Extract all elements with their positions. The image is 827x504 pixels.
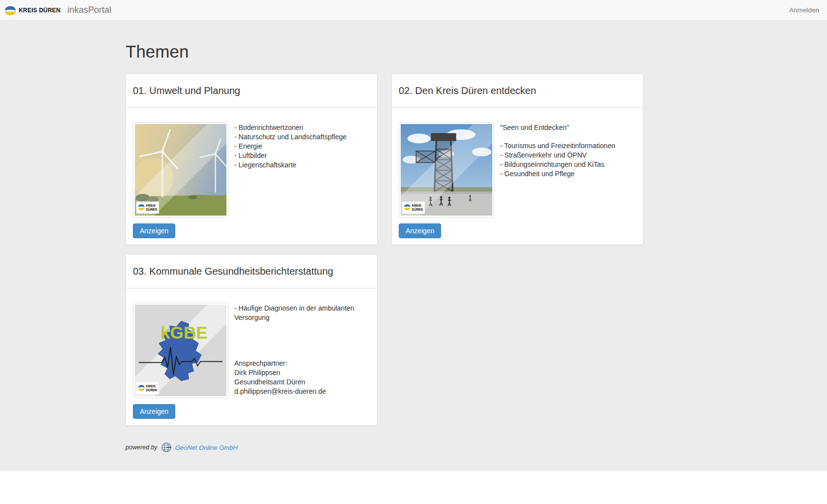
list-line: - Straßenverkehr und ÖPNV (500, 151, 615, 160)
svg-text:DÜREN: DÜREN (412, 207, 423, 211)
card-title: 03. Kommunale Gesundheitsberichterstattu… (126, 254, 377, 288)
list-line: - Tourismus und Freizeitinformationen (500, 141, 615, 151)
list-block: - Tourismus und Freizeitinformationen - … (500, 141, 615, 179)
powered-by-label: powered by (126, 444, 158, 451)
card-thumbnail-umwelt[interactable]: KREIS DÜREN (133, 122, 228, 218)
kgbe-map-image: kGBE KREIS DÜREN (135, 305, 226, 396)
contact-email: d.philippsen@kreis-dueren.de (234, 387, 370, 396)
kreis-dueren-logo-icon (4, 4, 17, 16)
card-umwelt-und-planung: 01. Umwelt und Planung (126, 73, 378, 245)
footer: powered by GeoNet Online GmbH (126, 441, 643, 453)
thumb-logo: KREIS DÜREN (136, 382, 159, 394)
navbar: KREIS DÜREN inkasPortal Anmelden (0, 0, 827, 21)
list-line: - Liegenschaftskarte (234, 160, 347, 170)
card-text: - Häufige Diagnosen in der ambulanten Ve… (234, 303, 370, 398)
anzeigen-button-umwelt[interactable]: Anzeigen (133, 223, 175, 238)
card-text: "Seen und Entdecken" - Tourismus und Fre… (500, 122, 615, 218)
brand-name[interactable]: inkasPortal (67, 5, 111, 15)
thumb-logo: KREIS DÜREN (402, 202, 425, 214)
kreis-dueren-logo[interactable]: KREIS DÜREN (4, 4, 61, 16)
card-body: KREIS DÜREN "Seen und Entdecken" - Touri… (392, 108, 643, 245)
login-link[interactable]: Anmelden (789, 6, 819, 14)
page-background: KREIS DÜREN inkasPortal Anmelden Themen … (0, 0, 827, 471)
geonet-link[interactable]: GeoNet Online GmbH (175, 444, 238, 451)
card-gesundheitsberichterstattung: 03. Kommunale Gesundheitsberichterstattu… (126, 254, 378, 426)
card-media: KREIS DÜREN - Bodenrichtwertzonen - Natu… (133, 122, 370, 218)
card-media: KREIS DÜREN "Seen und Entdecken" - Touri… (399, 122, 636, 218)
list-line: - Bodenrichtwertzonen (234, 123, 347, 132)
kreis-dueren-logo-text: KREIS DÜREN (19, 7, 61, 14)
navbar-left: KREIS DÜREN inkasPortal (4, 4, 111, 16)
list-line: - Häufige Diagnosen in der ambulanten Ve… (234, 304, 370, 322)
geonet-logo-icon (160, 441, 172, 453)
intro-line: "Seen und Entdecken" (500, 123, 615, 132)
svg-text:KREIS: KREIS (412, 204, 421, 207)
card-media: kGBE KREIS DÜREN - (133, 303, 370, 398)
kgbe-label: kGBE (160, 323, 208, 342)
contact-line: Ansprechpartner: (234, 359, 370, 368)
card-thumbnail-kgbe[interactable]: kGBE KREIS DÜREN (133, 303, 228, 398)
card-body: KREIS DÜREN - Bodenrichtwertzonen - Natu… (126, 108, 377, 245)
wind-turbines-image: KREIS DÜREN (135, 124, 226, 216)
main-content: Themen 01. Umwelt und Planung (126, 42, 643, 453)
list-line: - Energie (234, 142, 347, 151)
card-thumbnail-entdecken[interactable]: KREIS DÜREN (399, 122, 494, 218)
svg-text:KREIS: KREIS (146, 204, 156, 207)
svg-text:DÜREN: DÜREN (146, 388, 158, 392)
list-line: - Luftbilder (234, 151, 347, 160)
list-line: - Bildungseinrichtungen und KiTas (500, 160, 615, 169)
indemann-tower-image: KREIS DÜREN (401, 124, 492, 216)
contact-line: Gesundheitsamt Düren (234, 378, 370, 387)
cards-grid: 01. Umwelt und Planung (126, 73, 643, 426)
contact-block: Ansprechpartner: Dirk Philippsen Gesundh… (234, 359, 370, 396)
card-body: kGBE KREIS DÜREN - (126, 288, 377, 425)
anzeigen-button-entdecken[interactable]: Anzeigen (399, 223, 441, 238)
svg-text:KREIS: KREIS (146, 384, 156, 388)
card-title: 01. Umwelt und Planung (126, 74, 377, 108)
list-line: - Gesundheit und Pflege (500, 169, 615, 179)
svg-text:DÜREN: DÜREN (146, 207, 158, 211)
page-title: Themen (126, 42, 643, 62)
card-kreis-dueren-entdecken: 02. Den Kreis Düren entdecken (391, 73, 643, 245)
contact-line: Dirk Philippsen (234, 368, 370, 378)
list-line: - Naturschutz und Landschaftspflege (234, 132, 347, 142)
anzeigen-button-kgbe[interactable]: Anzeigen (133, 404, 175, 419)
thumb-logo: KREIS DÜREN (136, 202, 159, 214)
card-title: 02. Den Kreis Düren entdecken (392, 74, 643, 108)
card-text: - Bodenrichtwertzonen - Naturschutz und … (234, 122, 347, 218)
